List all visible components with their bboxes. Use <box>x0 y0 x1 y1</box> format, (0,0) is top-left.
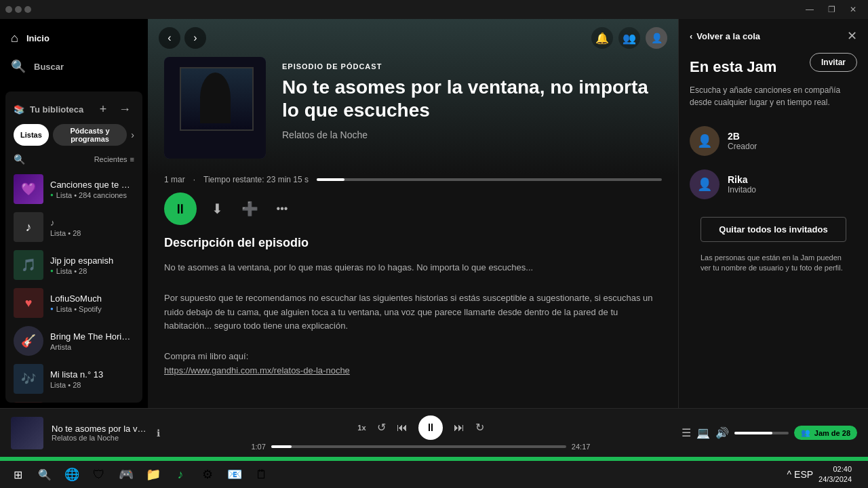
item-sub: ● Lista • 28 <box>50 267 134 275</box>
item-info: ♪ Lista • 28 <box>50 218 134 237</box>
list-item[interactable]: 🎶 Mi lista n.° 13 Lista • 28 <box>8 360 140 398</box>
queue-button[interactable]: ☰ <box>682 426 691 439</box>
remove-all-button[interactable]: Quitar todos los invitados <box>701 217 846 242</box>
controls-row: ⏸ ⬇ ➕ ••• <box>164 192 662 225</box>
library-search-icon[interactable]: 🔍 <box>14 154 25 165</box>
item-cover: 🎵 <box>14 250 43 280</box>
buy-url: https://www.gandhi.com.mx/relatos-de-la-… <box>164 364 662 378</box>
jam-member: 👤 2B Creador <box>690 119 857 163</box>
home-icon: ⌂ <box>11 31 18 45</box>
player-thumbnail <box>11 417 43 449</box>
close-button[interactable]: ✕ <box>844 3 863 16</box>
devices-button[interactable]: 💻 <box>696 426 710 439</box>
more-options-button[interactable]: ••• <box>270 197 294 221</box>
pause-button[interactable]: ⏸ <box>164 192 197 225</box>
list-item[interactable]: 💜 Canciones que te gustan ● Lista • 284 … <box>8 170 140 208</box>
player-track-subtitle: Relatos de la Noche <box>52 434 149 442</box>
episode-podcast: Relatos de la Noche <box>282 129 662 140</box>
friends-button[interactable]: 👥 <box>618 27 640 49</box>
player-pause-button[interactable]: ⏸ <box>418 415 443 440</box>
item-info: Canciones que te gustan ● Lista • 284 ca… <box>50 180 134 199</box>
library-add-button[interactable]: + <box>94 100 113 119</box>
back-icon: ‹ <box>690 31 692 41</box>
item-sub: Lista • 28 <box>50 229 134 237</box>
maximize-button[interactable]: ❐ <box>822 3 841 16</box>
list-item[interactable]: ♪ ♪ Lista • 28 <box>8 208 140 246</box>
description-p2: Por supuesto que te recomendamos no escu… <box>164 291 662 333</box>
player-info-icon[interactable]: ℹ <box>157 428 160 439</box>
app-body: ⌂ Inicio 🔍 Buscar 📚 Tu biblioteca + → <box>0 19 868 408</box>
tabs-arrow-button[interactable]: › <box>131 124 134 146</box>
next-button[interactable]: ⏭ <box>454 422 465 434</box>
add-button[interactable]: ➕ <box>237 197 262 221</box>
back-label: Volver a la cola <box>696 31 760 41</box>
prev-button[interactable]: ⏮ <box>397 422 408 434</box>
library-list: 💜 Canciones que te gustan ● Lista • 284 … <box>5 170 142 403</box>
start-button[interactable]: ⊞ <box>5 462 30 487</box>
minimize-button[interactable]: — <box>800 3 819 16</box>
jam-close-button[interactable]: ✕ <box>847 28 857 43</box>
item-sub-text: Lista • 28 <box>56 267 87 275</box>
main-topbar: ‹ › 🔔 👥 👤 <box>148 19 678 57</box>
library-search-row: 🔍 Recientes ≡ <box>5 151 142 167</box>
progress-fill <box>317 178 344 181</box>
titlebar-controls: — ❐ ✕ <box>800 3 863 16</box>
library-expand-button[interactable]: → <box>115 100 134 119</box>
tray-icon-1[interactable]: ^ <box>787 469 791 480</box>
tab-lists[interactable]: Listas <box>14 124 49 146</box>
search-taskbar-button[interactable]: 🔍 <box>33 462 57 487</box>
system-tray: ^ ESP <box>787 469 813 480</box>
loop-button[interactable]: ↻ <box>475 421 484 434</box>
item-sub-text: Lista • 28 <box>50 381 81 389</box>
player-time-current: 1:07 <box>251 443 265 451</box>
titlebar-dot-2 <box>15 6 22 13</box>
sidebar-item-home[interactable]: ⌂ Inicio <box>0 24 148 52</box>
invite-button[interactable]: Invitar <box>810 53 857 72</box>
volume-slider[interactable] <box>734 432 789 434</box>
member-name: 2B <box>728 131 757 142</box>
user-avatar[interactable]: 👤 <box>646 27 667 49</box>
jam-member: 👤 Rika Invitado <box>690 163 857 206</box>
buy-label-text: Compra mi libro aquí: <box>164 351 248 361</box>
download-button[interactable]: ⬇ <box>205 197 229 221</box>
item-sub-text: Lista • Spotify <box>56 305 102 313</box>
list-item[interactable]: 🎸 Bring Me The Horizon Artista <box>8 322 140 360</box>
list-item[interactable]: ♥ LofiuSoMuch ● Lista • Spotify <box>8 284 140 322</box>
library-sort[interactable]: Recientes ≡ <box>94 155 134 163</box>
progress-bar[interactable] <box>317 178 662 181</box>
show-desktop-button[interactable] <box>857 462 863 487</box>
taskbar-app-1[interactable]: 🛡 <box>87 462 111 487</box>
item-name: Mi lista n.° 13 <box>50 369 134 380</box>
clock[interactable]: 02:40 24/3/2024 <box>818 464 852 485</box>
item-name: Jip jop espanish <box>50 256 134 266</box>
library-title-btn[interactable]: 📚 Tu biblioteca <box>14 104 83 115</box>
back-button[interactable]: ‹ <box>159 27 180 49</box>
forward-button[interactable]: › <box>184 27 206 49</box>
sort-label: Recientes <box>94 155 127 163</box>
notifications-button[interactable]: 🔔 <box>591 27 613 49</box>
taskbar-app-spotify[interactable]: ♪ <box>168 462 193 487</box>
sidebar-item-search[interactable]: 🔍 Buscar <box>0 52 148 81</box>
player-right: ☰ 💻 🔊 👥 Jam de 28 <box>682 426 857 440</box>
speed-button[interactable]: 1x <box>357 424 366 432</box>
titlebar-dot-1 <box>5 6 12 13</box>
taskbar-app-edge[interactable]: 🌐 <box>60 462 84 487</box>
volume-fill <box>734 432 772 434</box>
taskbar-app-3[interactable]: 📁 <box>141 462 165 487</box>
taskbar-app-2[interactable]: 🎮 <box>114 462 138 487</box>
tab-podcasts[interactable]: Pódcasts y programas <box>53 124 127 146</box>
jam-indicator[interactable]: 👥 Jam de 28 <box>794 426 857 440</box>
back-to-queue-button[interactable]: ‹ Volver a la cola <box>690 31 760 41</box>
volume-icon[interactable]: 🔊 <box>715 426 729 439</box>
player-progress-bar[interactable] <box>271 445 566 448</box>
taskbar-app-6[interactable]: 🗒 <box>250 462 274 487</box>
description-p1: No te asomes a la ventana, por lo que ma… <box>164 261 662 275</box>
replay-button[interactable]: ↺ <box>377 421 386 434</box>
taskbar-app-4[interactable]: ⚙ <box>195 462 220 487</box>
item-cover: 🎸 <box>14 326 43 356</box>
taskbar-app-5[interactable]: 📧 <box>222 462 247 487</box>
list-item[interactable]: 🎵 Jip jop espanish ● Lista • 28 <box>8 246 140 284</box>
list-item[interactable]: 💀 My Fucking Dead Dreams Lista • 28 <box>8 398 140 403</box>
player-controls-row: 1x ↺ ⏮ ⏸ ⏭ ↻ <box>357 415 484 440</box>
jam-title-text: En esta Jam <box>690 58 776 76</box>
